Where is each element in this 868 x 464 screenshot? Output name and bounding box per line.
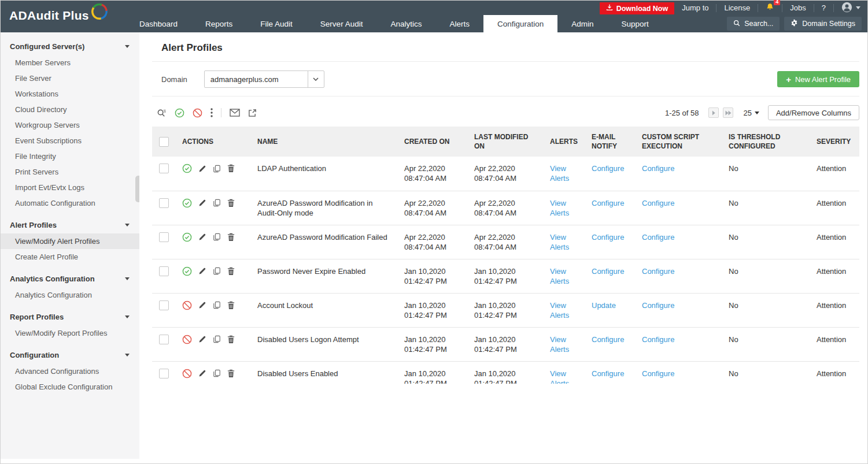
email-notify-link[interactable]: Configure (592, 335, 624, 344)
next-page-button[interactable] (708, 107, 719, 118)
sidebar-item-analytics-configuration[interactable]: Analytics Configuration (1, 287, 139, 303)
sidebar-section-title[interactable]: Analytics Configuration (1, 272, 139, 285)
download-now-button[interactable]: Download Now (600, 2, 675, 14)
jump-to-link[interactable]: Jump to (682, 3, 708, 12)
view-alerts-link[interactable]: View Alerts (550, 267, 569, 285)
email-notify-link[interactable]: Configure (592, 233, 624, 242)
row-checkbox[interactable] (159, 300, 169, 310)
copy-icon[interactable] (213, 335, 221, 343)
sidebar-item-view-modify-report-profiles[interactable]: View/Modify Report Profiles (1, 325, 139, 341)
sidebar-item-workgroup-servers[interactable]: Workgroup Servers (1, 117, 139, 133)
trash-icon[interactable] (227, 164, 235, 173)
more-options-icon[interactable] (210, 108, 213, 117)
row-checkbox[interactable] (159, 164, 169, 173)
edit-pencil-icon[interactable] (198, 267, 206, 275)
row-checkbox[interactable] (159, 232, 169, 242)
edit-pencil-icon[interactable] (198, 369, 206, 377)
sidebar-item-file-server[interactable]: File Server (1, 70, 139, 86)
status-enabled-icon[interactable] (182, 232, 192, 242)
email-notify-link[interactable]: Update (592, 301, 616, 310)
last-page-button[interactable] (723, 107, 733, 118)
row-checkbox[interactable] (159, 369, 169, 378)
page-size-dropdown[interactable]: 25 (743, 109, 759, 117)
export-icon[interactable] (248, 109, 257, 117)
copy-icon[interactable] (213, 199, 221, 207)
sidebar-item-import-evt-evtx-logs[interactable]: Import Evt/Evtx Logs (1, 180, 139, 195)
status-disabled-icon[interactable] (182, 335, 192, 344)
edit-pencil-icon[interactable] (198, 335, 206, 343)
sidebar-item-global-exclude-configuration[interactable]: Global Exclude Configuration (1, 379, 139, 395)
edit-pencil-icon[interactable] (198, 301, 206, 309)
tab-configuration[interactable]: Configuration (483, 15, 557, 32)
custom-script-link[interactable]: Configure (642, 267, 674, 276)
custom-script-link[interactable]: Configure (642, 164, 674, 173)
sidebar-item-automatic-configuration[interactable]: Automatic Configuration (1, 195, 139, 211)
copy-icon[interactable] (213, 233, 221, 241)
edit-pencil-icon[interactable] (198, 199, 206, 207)
tab-analytics[interactable]: Analytics (376, 15, 435, 32)
edit-pencil-icon[interactable] (198, 233, 206, 241)
view-alerts-link[interactable]: View Alerts (550, 369, 569, 384)
trash-icon[interactable] (227, 233, 235, 242)
row-checkbox[interactable] (159, 335, 169, 344)
help-link[interactable]: ? (822, 3, 826, 12)
tab-alerts[interactable]: Alerts (435, 15, 483, 32)
custom-script-link[interactable]: Configure (642, 335, 674, 344)
tab-admin[interactable]: Admin (557, 15, 607, 32)
sidebar-section-title[interactable]: Alert Profiles (1, 218, 139, 232)
sidebar-item-create-alert-profile[interactable]: Create Alert Profile (1, 249, 139, 265)
email-notify-link[interactable]: Configure (592, 267, 624, 276)
view-alerts-link[interactable]: View Alerts (550, 335, 569, 354)
sidebar-section-title[interactable]: Configuration (1, 348, 139, 362)
sidebar-section-title[interactable]: Configured Server(s) (1, 39, 139, 53)
sidebar-section-title[interactable]: Report Profiles (1, 310, 139, 324)
disable-alerts-icon[interactable] (193, 108, 202, 118)
status-enabled-icon[interactable] (182, 198, 192, 208)
status-disabled-icon[interactable] (182, 369, 192, 378)
custom-script-link[interactable]: Configure (642, 301, 674, 310)
select-all-checkbox[interactable] (159, 137, 169, 147)
view-alerts-link[interactable]: View Alerts (550, 233, 569, 251)
tab-server-audit[interactable]: Server Audit (306, 15, 377, 32)
sidebar-item-view-modify-alert-profiles[interactable]: View/Modify Alert Profiles (1, 233, 139, 249)
sidebar-item-cloud-directory[interactable]: Cloud Directory (1, 102, 139, 117)
edit-pencil-icon[interactable] (198, 165, 206, 173)
sidebar-item-event-subscriptions[interactable]: Event Subscriptions (1, 133, 139, 149)
sidebar-item-advanced-configurations[interactable]: Advanced Configurations (1, 363, 139, 379)
custom-script-link[interactable]: Configure (642, 199, 674, 207)
row-checkbox[interactable] (159, 266, 169, 276)
custom-script-link[interactable]: Configure (642, 233, 674, 242)
status-enabled-icon[interactable] (182, 266, 192, 276)
sidebar-scrollbar[interactable] (135, 176, 139, 202)
copy-icon[interactable] (213, 165, 221, 173)
custom-script-link[interactable]: Configure (642, 369, 674, 378)
license-link[interactable]: License (724, 3, 750, 12)
domain-settings-button[interactable]: Domain Settings (784, 17, 862, 31)
sidebar-item-file-integrity[interactable]: File Integrity (1, 149, 139, 164)
trash-icon[interactable] (227, 267, 235, 276)
email-notify-link[interactable]: Configure (592, 164, 624, 173)
copy-icon[interactable] (213, 267, 221, 275)
tab-support[interactable]: Support (608, 15, 663, 32)
trash-icon[interactable] (227, 301, 235, 310)
email-icon[interactable] (230, 109, 240, 117)
trash-icon[interactable] (227, 335, 235, 344)
sidebar-item-workstations[interactable]: Workstations (1, 86, 139, 102)
tab-reports[interactable]: Reports (191, 15, 246, 32)
new-alert-profile-button[interactable]: + New Alert Profile (777, 71, 859, 87)
trash-icon[interactable] (227, 199, 235, 207)
email-notify-link[interactable]: Configure (592, 369, 624, 378)
copy-icon[interactable] (213, 301, 221, 309)
domain-dropdown[interactable]: admanagerplus.com (204, 70, 324, 88)
status-enabled-icon[interactable] (182, 164, 192, 173)
email-notify-link[interactable]: Configure (592, 199, 624, 207)
view-alerts-link[interactable]: View Alerts (550, 301, 569, 320)
view-alerts-link[interactable]: View Alerts (550, 164, 569, 183)
enable-alerts-icon[interactable] (175, 108, 184, 118)
search-columns-icon[interactable] (157, 108, 167, 118)
user-menu[interactable] (841, 2, 860, 14)
copy-icon[interactable] (213, 369, 221, 377)
view-alerts-link[interactable]: View Alerts (550, 199, 569, 217)
status-disabled-icon[interactable] (182, 300, 192, 310)
notifications-bell[interactable]: 4 (766, 3, 774, 13)
